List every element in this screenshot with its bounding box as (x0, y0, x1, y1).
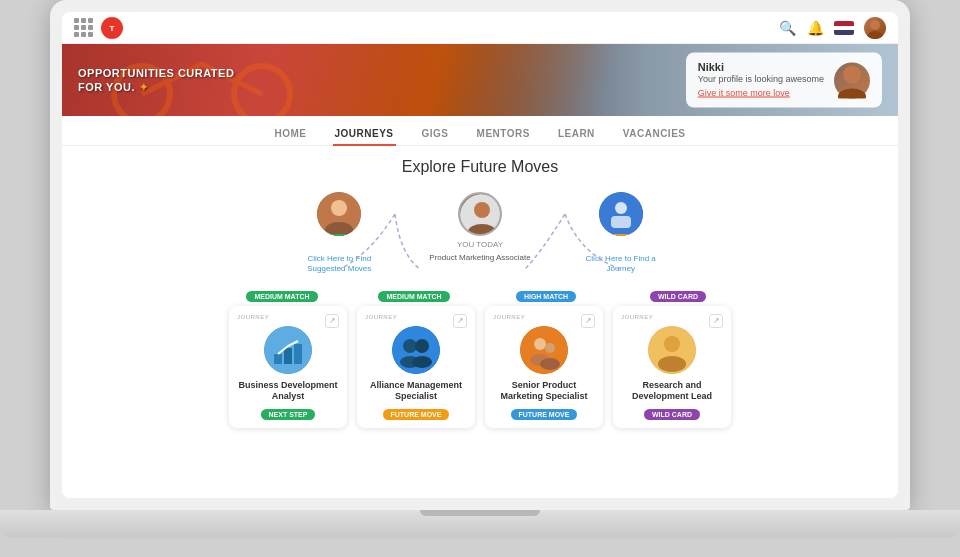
flag-icon (834, 21, 854, 35)
journey-card-1[interactable]: JOURNEY ↗ (357, 306, 475, 428)
hero-card-subtitle: Your profile is looking awesome (698, 73, 824, 87)
nav-home[interactable]: HOME (273, 124, 309, 145)
card-img-inner-0 (264, 326, 312, 374)
svg-point-27 (534, 338, 546, 350)
card-img-0 (264, 326, 312, 374)
next-step-badge: NEXT STEP (318, 234, 361, 236)
svg-point-6 (843, 65, 861, 83)
today-name: Product Marketing Associate (429, 253, 530, 262)
app-logo: T (101, 17, 123, 39)
hero-card-name: Nikki (698, 61, 824, 73)
svg-point-7 (838, 88, 866, 98)
next-step-link[interactable]: Click Here to Find Suggested Moves (289, 254, 389, 275)
hero-line1: OPPORTUNITIES CURATED (78, 66, 234, 80)
step-future: FUTURE MOVE Click Here to Find a Journey (571, 192, 671, 275)
svg-point-33 (658, 356, 686, 372)
hero-card-link[interactable]: Give it some more love (698, 86, 824, 100)
page-title: Explore Future Moves (82, 158, 878, 176)
card-action-0: NEXT STEP (261, 409, 316, 420)
svg-point-2 (870, 20, 880, 30)
card-title-2: Senior Product Marketing Specialist (493, 380, 595, 403)
svg-point-22 (403, 339, 417, 353)
nav-vacancies[interactable]: VACANCIES (621, 124, 688, 145)
hero-text: OPPORTUNITIES CURATED FOR YOU. ✦ (62, 66, 250, 95)
card-img-inner-1 (392, 326, 440, 374)
svg-point-3 (867, 31, 883, 39)
svg-point-15 (615, 202, 627, 214)
card-title-1: Alliance Management Specialist (365, 380, 467, 403)
bell-icon[interactable]: 🔔 (806, 19, 824, 37)
grid-icon[interactable] (74, 18, 93, 37)
svg-point-28 (545, 343, 555, 353)
step-future-avatar: FUTURE MOVE (599, 192, 643, 236)
hero-banner: OPPORTUNITIES CURATED FOR YOU. ✦ Nikki Y… (62, 44, 898, 116)
svg-point-30 (540, 358, 560, 370)
svg-rect-16 (611, 216, 631, 228)
top-bar: T 🔍 🔔 (62, 12, 898, 44)
card-share-3[interactable]: ↗ (709, 314, 723, 328)
journey-card-2[interactable]: JOURNEY ↗ (485, 306, 603, 428)
laptop-screen: T 🔍 🔔 (62, 12, 898, 498)
card-share-2[interactable]: ↗ (581, 314, 595, 328)
nav-gigs[interactable]: GIGS (420, 124, 451, 145)
journey-card-3[interactable]: JOURNEY ↗ (613, 306, 731, 428)
hero-card-avatar (834, 62, 870, 98)
main-nav: HOME JOURNEYS GIGS MENTORS LEARN VACANCI… (62, 116, 898, 146)
match-label-1: MEDIUM MATCH (378, 291, 449, 302)
match-label-2: HIGH MATCH (516, 291, 576, 302)
card-title-0: Business Development Analyst (237, 380, 339, 403)
svg-rect-18 (274, 354, 282, 364)
journey-card-0[interactable]: JOURNEY ↗ (229, 306, 347, 428)
match-labels: MEDIUM MATCH MEDIUM MATCH HIGH MATCH WIL… (82, 291, 878, 302)
card-img-3 (648, 326, 696, 374)
future-step-badge: FUTURE MOVE (599, 234, 643, 236)
nav-learn[interactable]: LEARN (556, 124, 597, 145)
step-next-avatar: NEXT STEP (317, 192, 361, 236)
user-avatar[interactable] (864, 17, 886, 39)
nav-mentors[interactable]: MENTORS (475, 124, 532, 145)
step-next: NEXT STEP Click Here to Find Suggested M… (289, 192, 389, 275)
step-today-avatar (458, 192, 502, 236)
card-img-inner-2 (520, 326, 568, 374)
card-img-2 (520, 326, 568, 374)
hero-line2: FOR YOU. ✦ (78, 80, 234, 94)
svg-point-25 (412, 356, 432, 368)
journey-steps: NEXT STEP Click Here to Find Suggested M… (82, 192, 878, 275)
card-img-1 (392, 326, 440, 374)
hero-card-text: Nikki Your profile is looking awesome Gi… (698, 61, 824, 100)
laptop-body: T 🔍 🔔 (50, 0, 910, 510)
hero-profile-card: Nikki Your profile is looking awesome Gi… (686, 53, 882, 108)
step-today: YOU TODAY Product Marketing Associate (429, 192, 530, 262)
main-content: Explore Future Moves (62, 146, 898, 436)
card-img-inner-3 (648, 326, 696, 374)
card-share-1[interactable]: ↗ (453, 314, 467, 328)
future-step-link[interactable]: Click Here to Find a Journey (571, 254, 671, 275)
nav-journeys[interactable]: JOURNEYS (333, 124, 396, 145)
cards-row: JOURNEY ↗ (82, 306, 878, 428)
svg-rect-19 (284, 348, 292, 364)
svg-text:T: T (110, 24, 115, 33)
svg-point-23 (415, 339, 429, 353)
match-label-3: WILD CARD (650, 291, 706, 302)
laptop-base (0, 510, 960, 538)
top-bar-left: T (74, 17, 123, 39)
match-label-0: MEDIUM MATCH (246, 291, 317, 302)
card-label-2: JOURNEY (493, 314, 525, 320)
card-action-1: FUTURE MOVE (383, 409, 450, 420)
search-icon[interactable]: 🔍 (778, 19, 796, 37)
svg-rect-20 (294, 344, 302, 364)
card-label-3: JOURNEY (621, 314, 653, 320)
today-label: YOU TODAY (457, 240, 503, 249)
top-bar-right: 🔍 🔔 (778, 17, 886, 39)
card-label-1: JOURNEY (365, 314, 397, 320)
card-action-2: FUTURE MOVE (511, 409, 578, 420)
svg-point-12 (474, 202, 490, 218)
card-label-0: JOURNEY (237, 314, 269, 320)
screen-content: T 🔍 🔔 (62, 12, 898, 498)
card-share-0[interactable]: ↗ (325, 314, 339, 328)
card-action-3: WILD CARD (644, 409, 700, 420)
card-title-3: Research and Development Lead (621, 380, 723, 403)
laptop-wrapper: T 🔍 🔔 (0, 0, 960, 557)
svg-point-32 (664, 336, 680, 352)
svg-point-9 (331, 200, 347, 216)
